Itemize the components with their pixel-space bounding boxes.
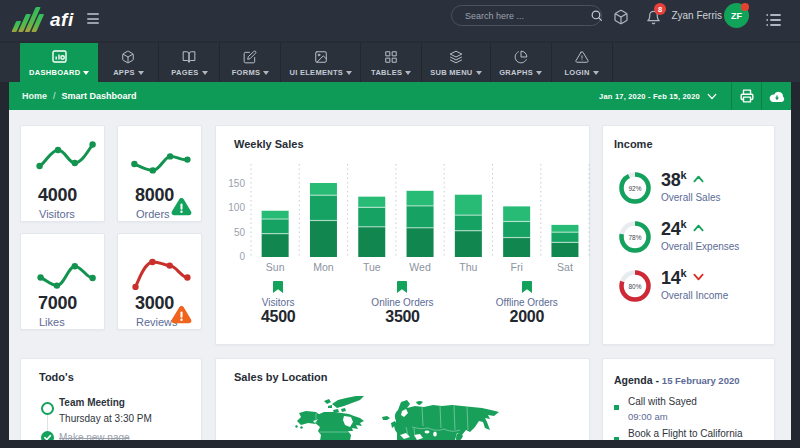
bar-segment xyxy=(455,215,482,231)
dashboard-icon xyxy=(52,49,67,64)
bar-segment xyxy=(551,225,578,232)
agenda-item-title: Call with Sayed xyxy=(628,396,697,407)
ui-elements-icon xyxy=(314,49,328,64)
list-icon xyxy=(766,13,781,27)
dashboard-app: afi 8 Zyan Ferris ZF xyxy=(0,0,800,448)
x-tick-label: Fri xyxy=(511,261,523,273)
bottom-edge-strip xyxy=(0,440,800,448)
graphs-icon xyxy=(514,49,528,64)
bar-segment xyxy=(358,197,385,208)
weekly-sales-chart: 050100150SunMonTueWedThuFriSat xyxy=(226,159,591,277)
search-icon xyxy=(590,9,603,22)
trend-down-icon xyxy=(693,273,704,281)
income-label: Overall Expenses xyxy=(661,241,739,252)
nav-tab-label: UI ELEMENTS xyxy=(289,68,343,77)
main-nav: DASHBOARD APPS PAGES xyxy=(0,41,800,82)
stat-value: 7000 xyxy=(38,293,77,314)
nav-tab-sub-menu[interactable]: SUB MENU xyxy=(422,43,490,82)
nav-tab-label: SUB MENU xyxy=(430,68,472,77)
todo-checkbox-done[interactable] xyxy=(41,431,54,440)
nav-tab-tables[interactable]: TABLES xyxy=(361,43,422,82)
search-button[interactable] xyxy=(590,5,603,26)
nav-tab-login[interactable]: LOGIN xyxy=(552,43,613,82)
right-sidebar-toggle[interactable] xyxy=(766,13,784,31)
nav-tab-apps[interactable]: APPS xyxy=(98,43,159,82)
bookmark-icon xyxy=(522,281,532,293)
world-map[interactable] xyxy=(294,385,514,440)
breadcrumb-home-link[interactable]: Home xyxy=(22,91,47,101)
reviews-sparkline xyxy=(129,244,195,290)
cloud-download-icon xyxy=(769,90,785,103)
bar-segment xyxy=(503,238,530,257)
nav-tab-dashboard[interactable]: DASHBOARD xyxy=(20,43,98,82)
income-row-expenses: 78% 24k Overall Expenses xyxy=(617,219,769,259)
caret-down-icon xyxy=(83,71,89,75)
income-title: Income xyxy=(614,138,653,150)
income-value: 14k xyxy=(661,268,704,289)
search-box xyxy=(451,5,602,26)
income-card: Income 92% 38k Overall Sales xyxy=(602,125,775,345)
x-tick-label: Mon xyxy=(313,261,334,273)
download-button[interactable] xyxy=(762,82,791,110)
box-icon xyxy=(613,9,629,25)
stat-card-visitors: 4000 Visitors xyxy=(20,125,105,222)
gauge-overall-sales: 92% xyxy=(617,170,653,206)
caret-down-icon xyxy=(593,71,599,75)
bar-segment xyxy=(455,231,482,257)
todos-card: Todo's Team Meeting Thursday at 3:30 PM … xyxy=(20,358,202,440)
user-name[interactable]: Zyan Ferris xyxy=(671,9,722,22)
stat-value: 8000 xyxy=(135,185,174,206)
bar-segment xyxy=(358,207,385,226)
gauge-percent: 80% xyxy=(617,268,653,304)
footer-stat-label: Online Orders xyxy=(371,297,433,308)
gauge-percent: 92% xyxy=(617,170,653,206)
bar-segment xyxy=(551,242,578,257)
breadcrumb-tools: Jan 17, 2020 - Feb 15, 2020 xyxy=(585,82,791,110)
agenda-title: Agenda - 15 February 2020 xyxy=(614,374,739,386)
app-logo[interactable]: afi xyxy=(11,6,74,33)
caret-down-icon xyxy=(263,71,269,75)
warning-triangle-orange-icon xyxy=(171,306,192,325)
nav-tab-ui-elements[interactable]: UI ELEMENTS xyxy=(281,43,361,82)
weekly-sales-title: Weekly Sales xyxy=(234,138,304,150)
bar-segment xyxy=(262,211,289,219)
sales-by-location-card: Sales by Location xyxy=(215,358,590,440)
bookmark-icon xyxy=(273,281,283,293)
todo-item-subtitle: Thursday at 3:30 PM xyxy=(59,413,152,424)
breadcrumb-bar: Home / Smart Dashboard Jan 17, 2020 - Fe… xyxy=(9,82,791,110)
date-range-picker[interactable]: Jan 17, 2020 - Feb 15, 2020 xyxy=(585,82,731,110)
search-input[interactable] xyxy=(452,11,590,21)
agenda-item-title: Book a Flight to California xyxy=(628,428,743,439)
nav-tab-label: FORMS xyxy=(232,68,261,77)
apps-shortcut-button[interactable] xyxy=(613,9,631,27)
logo-bars-icon xyxy=(11,6,49,33)
caret-down-icon xyxy=(405,71,411,75)
pages-icon xyxy=(182,49,196,64)
online-status-dot xyxy=(741,3,749,11)
date-range-label: Jan 17, 2020 - Feb 15, 2020 xyxy=(599,92,700,101)
nav-tab-graphs[interactable]: GRAPHS xyxy=(491,43,552,82)
nav-tab-label: PAGES xyxy=(171,68,198,77)
nav-tab-pages[interactable]: PAGES xyxy=(159,43,220,82)
bar-segment xyxy=(262,234,289,257)
print-button[interactable] xyxy=(732,82,761,110)
nav-tab-label: APPS xyxy=(113,68,135,77)
stat-card-likes: 7000 Likes xyxy=(20,233,105,330)
caret-down-icon xyxy=(138,71,144,75)
nav-tab-label: TABLES xyxy=(371,68,402,77)
nav-tab-label: GRAPHS xyxy=(499,68,533,77)
caret-down-icon xyxy=(346,71,352,75)
income-value: 38k xyxy=(661,170,704,191)
footer-stat-label: Offline Orders xyxy=(496,297,558,308)
nav-tab-forms[interactable]: FORMS xyxy=(220,43,281,82)
warning-triangle-green-icon xyxy=(171,198,192,217)
income-row-income: 80% 14k Overall Income xyxy=(617,268,769,308)
footer-stat-value: 2000 xyxy=(510,308,544,326)
todo-checkbox-open[interactable] xyxy=(41,402,54,415)
sales-by-location-title: Sales by Location xyxy=(234,371,328,383)
income-label: Overall Sales xyxy=(661,192,720,203)
gauge-percent: 78% xyxy=(617,219,653,255)
x-tick-label: Tue xyxy=(363,261,381,273)
menu-toggle-icon[interactable] xyxy=(87,13,99,24)
breadcrumb-current: Smart Dashboard xyxy=(62,91,137,101)
